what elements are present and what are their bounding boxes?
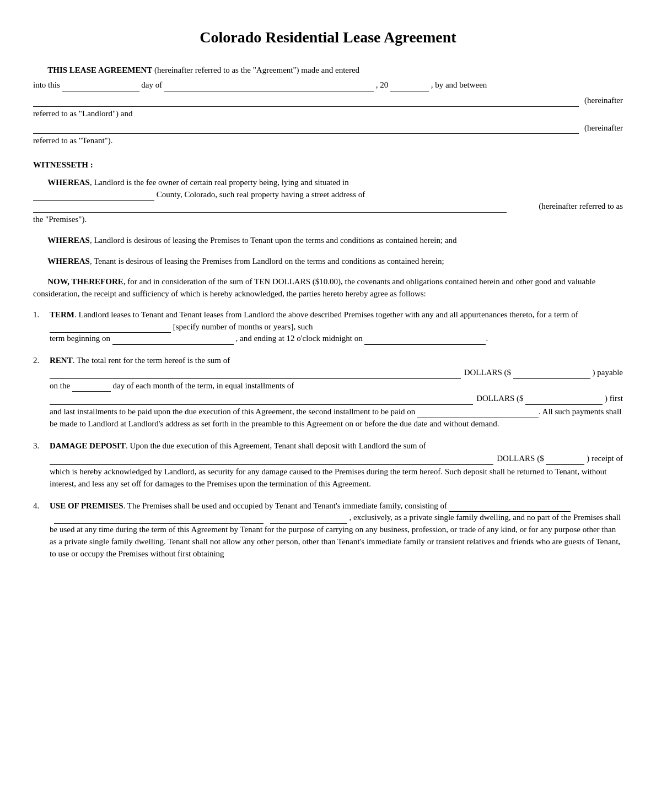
rent-row1: DOLLARS ($ ) payable [50, 367, 623, 379]
section-3-content: DAMAGE DEPOSIT. Upon the due execution o… [50, 440, 623, 490]
year-prefix: , 20 [376, 80, 389, 89]
term-start-field[interactable] [112, 344, 234, 345]
and-last-label: and last installments to be paid upon th… [50, 407, 415, 416]
hereinafter1-label: (hereinafter [582, 95, 623, 107]
term-label: TERM [50, 310, 74, 319]
intro-text1: (hereinafter referred to as the "Agreeme… [154, 66, 359, 74]
section-1: 1. TERM. Landlord leases to Tenant and T… [33, 309, 623, 345]
dollars-text1: DOLLARS ($ [464, 368, 511, 377]
section-2: 2. RENT. The total rent for the term her… [33, 355, 623, 430]
term-text3: , and ending at 12 o'clock midnight on [235, 334, 362, 343]
document-title: Colorado Residential Lease Agreement [33, 26, 623, 49]
tenant-name-field[interactable] [33, 124, 579, 134]
day-field[interactable] [62, 91, 139, 91]
rent-text1: . The total rent for the term hereof is … [73, 356, 230, 365]
on-the-label: on the [50, 381, 70, 390]
receipt-suffix-label: ) receipt of [587, 454, 623, 463]
landlord-label: referred to as "Landlord") and [33, 108, 623, 120]
dollars-label1: DOLLARS ($ ) payable [464, 367, 623, 379]
premises-label: the "Premises"). [33, 214, 623, 226]
whereas2-body: , Landlord is desirous of leasing the Pr… [90, 236, 457, 245]
use-of-premises-label: USE OF PREMISES [50, 501, 123, 510]
whereas1-block: WHEREAS, Landlord is the fee owner of ce… [33, 177, 623, 226]
section-2-content: RENT. The total rent for the term hereof… [50, 355, 623, 430]
whereas1-text: WHEREAS, Landlord is the fee owner of ce… [33, 177, 623, 189]
deposit-amount-field[interactable] [546, 464, 584, 465]
witnesseth-heading: WITNESSETH : [33, 159, 623, 171]
year-suffix: , by and between [431, 80, 487, 89]
hereinafter2-label: (hereinafter [582, 122, 623, 134]
section-2-num: 2. [33, 355, 50, 367]
exclusively-suffix: , exclusively, as a private single famil… [50, 513, 621, 557]
date-field[interactable] [164, 91, 374, 91]
section-4: 4. USE OF PREMISES. The Premises shall b… [33, 500, 623, 560]
rent-day-field[interactable] [72, 391, 111, 392]
county-field[interactable] [33, 200, 154, 201]
address-field[interactable] [33, 203, 507, 213]
whereas3-text: WHEREAS, Tenant is desirous of leasing t… [33, 256, 623, 268]
year-field[interactable] [390, 91, 429, 91]
term-duration-field[interactable] [50, 332, 171, 333]
family-size-field3[interactable] [270, 523, 347, 524]
deposit-dollars-label: DOLLARS ($ [497, 454, 544, 463]
term-beginning-label: term beginning on [50, 334, 110, 343]
whereas3-bold: WHEREAS [47, 257, 90, 266]
rent-on-the-line: on the day of each month of the term, in… [50, 380, 623, 392]
whereas2-bold: WHEREAS [47, 236, 90, 245]
payable-label: ) payable [593, 368, 623, 377]
whereas3-body: , Tenant is desirous of leasing the Prem… [90, 257, 444, 266]
into-this-label: into this [33, 80, 60, 89]
damage-text1: . Upon the due execution of this Agreeme… [126, 441, 426, 450]
deposit-amount-field-left[interactable] [50, 455, 493, 465]
deposit-dollars: DOLLARS ($ ) receipt of [497, 453, 623, 465]
term-end-field[interactable] [364, 344, 486, 345]
whereas2-text: WHEREAS, Landlord is desirous of leasing… [33, 235, 623, 247]
section-3: 3. DAMAGE DEPOSIT. Upon the due executio… [33, 440, 623, 490]
whereas2-block: WHEREAS, Landlord is desirous of leasing… [33, 235, 623, 247]
section-3-num: 3. [33, 440, 50, 452]
use-text1: . The Premises shall be used and occupie… [123, 501, 447, 510]
landlord-name-field[interactable] [33, 97, 579, 107]
lease-agreement-bold: THIS LEASE AGREEMENT [47, 66, 152, 74]
section-4-num: 4. [33, 500, 50, 512]
rent-row2: DOLLARS ($ ) first [50, 393, 623, 405]
section-1-content: TERM. Landlord leases to Tenant and Tena… [50, 309, 623, 345]
damage-deposit-label: DAMAGE DEPOSIT [50, 441, 126, 450]
term-period: . [486, 334, 488, 343]
intro-line1: THIS LEASE AGREEMENT (hereinafter referr… [33, 64, 623, 77]
rent-label: RENT [50, 356, 73, 365]
deposit-text2: which is hereby acknowledged by Landlord… [50, 466, 623, 490]
term-text1: . Landlord leases to Tenant and Tenant l… [74, 310, 578, 319]
first-suffix-label: ) first [605, 394, 623, 403]
dollars-label2: DOLLARS ($ ) first [476, 393, 623, 405]
now-therefore-text: NOW, THEREFORE, for and in consideration… [33, 276, 623, 300]
second-installment-field[interactable] [417, 418, 539, 418]
family-size-field1[interactable] [449, 511, 571, 512]
whereas1-bold: WHEREAS [47, 178, 90, 187]
dollars-text2: DOLLARS ($ [476, 394, 523, 403]
total-rent-field[interactable] [50, 369, 461, 379]
rent-amount-field2[interactable] [525, 404, 603, 405]
tenant-label: referred to as "Tenant"). [33, 135, 623, 147]
now-therefore-bold: NOW, THEREFORE [47, 277, 123, 286]
term-bracket1: [specify number of months or years], suc… [173, 322, 313, 331]
hereinafter-referred: (hereinafter referred to as [510, 201, 623, 213]
section-1-num: 1. [33, 309, 50, 321]
intro-line2: into this day of , 20 , by and between [33, 79, 623, 91]
numbered-list: 1. TERM. Landlord leases to Tenant and T… [33, 309, 623, 560]
deposit-row: DOLLARS ($ ) receipt of [50, 453, 623, 465]
now-therefore-block: NOW, THEREFORE, for and in consideration… [33, 276, 623, 300]
rent-amount-field1[interactable] [513, 378, 590, 379]
installment-field[interactable] [50, 395, 473, 405]
and-last-text: and last installments to be paid upon th… [50, 406, 623, 430]
whereas1-body: , Landlord is the fee owner of certain r… [90, 178, 349, 187]
whereas3-block: WHEREAS, Tenant is desirous of leasing t… [33, 256, 623, 268]
whereas1-line2: County, Colorado, such real property hav… [33, 189, 623, 201]
intro-block: THIS LEASE AGREEMENT (hereinafter referr… [33, 64, 623, 148]
county-text: County, Colorado, such real property hav… [157, 190, 365, 199]
family-size-field2[interactable] [54, 523, 264, 524]
day-of-label: day of [141, 80, 162, 89]
section-4-content: USE OF PREMISES. The Premises shall be u… [50, 500, 623, 560]
day-of-month-text: day of each month of the term, in equal … [113, 381, 294, 390]
